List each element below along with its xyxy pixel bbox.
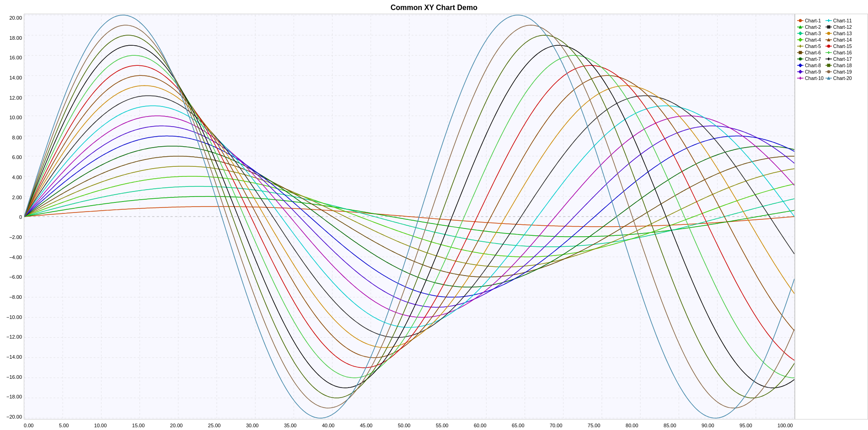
legend-item: Chart-12 [825,24,852,30]
legend-label: Chart-14 [833,37,852,42]
legend-label: Chart-2 [805,24,821,30]
svg-marker-48 [798,32,802,35]
y-axis-labels: 20.0018.0016.0014.0012.0010.008.006.004.… [0,14,24,430]
svg-marker-61 [798,70,802,74]
x-axis-label: 100.00 [777,423,793,428]
x-axis-label: 65.00 [512,423,525,428]
legend-marker-icon [797,25,804,29]
legend-marker-icon [797,69,804,74]
legend-label: Chart-19 [833,69,852,74]
y-axis-label: 14.00 [4,75,22,80]
legend-item: Chart-18 [825,63,852,68]
legend-marker-icon [797,44,804,48]
svg-marker-50 [798,38,802,42]
legend-marker-icon [825,25,832,29]
chart-container: Common XY Chart Demo 20.0018.0016.0014.0… [0,0,868,430]
x-axis-label: 0.00 [24,423,33,428]
svg-point-75 [827,45,830,48]
chart-title: Common XY Chart Demo [391,4,477,12]
chart-area: 20.0018.0016.0014.0012.0010.008.006.004.… [0,14,868,430]
x-axis-label: 45.00 [360,423,373,428]
legend-marker-icon [825,31,832,36]
legend-item: Chart-16 [825,50,852,55]
svg-rect-83 [827,64,830,67]
y-axis-label: 10.00 [4,115,22,120]
x-axis-label: 5.00 [59,423,69,428]
legend-item: Chart-2 [797,24,824,30]
legend-item: Chart-9 [797,69,824,74]
legend-item: Chart-1 [797,18,824,23]
legend-item: Chart-5 [797,43,824,49]
legend-label: Chart-13 [833,31,852,36]
y-axis-label: −8.00 [4,295,22,300]
legend-label: Chart-12 [833,24,852,30]
y-axis-label: −2.00 [4,235,22,240]
x-axis-labels: 0.005.0010.0015.0020.0025.0030.0035.0040… [24,423,793,428]
legend-label: Chart-11 [833,18,852,23]
x-axis-label: 85.00 [664,423,676,428]
legend-label: Chart-18 [833,63,852,68]
svg-point-44 [799,19,802,22]
x-axis-label: 15.00 [132,423,145,428]
legend-marker-icon [825,18,832,23]
legend-area: Chart-1Chart-2Chart-3Chart-4Chart-5Chart… [795,14,868,419]
y-axis-label: −12.00 [4,334,22,340]
legend-marker-icon [825,50,832,55]
legend-label: Chart-5 [805,43,821,49]
y-axis-label: 16.00 [4,55,22,60]
y-axis-label: −6.00 [4,275,22,280]
svg-point-85 [827,70,830,73]
legend-label: Chart-10 [805,75,824,81]
svg-point-57 [799,58,802,60]
legend-marker-icon [825,69,832,74]
svg-point-71 [827,32,830,35]
legend-label: Chart-20 [833,75,852,81]
y-axis-label: 4.00 [4,175,22,180]
x-axis-label: 10.00 [94,423,107,428]
legend-label: Chart-7 [805,56,821,62]
y-axis-label: −16.00 [4,375,22,380]
x-axis-label: 70.00 [550,423,563,428]
legend-label: Chart-3 [805,31,821,36]
legend-label: Chart-6 [805,50,821,55]
legend-item: Chart-17 [825,56,852,62]
x-axis-label: 50.00 [398,423,411,428]
x-axis-label: 95.00 [739,423,752,428]
legend-item: Chart-6 [797,50,824,55]
x-axis-label: 35.00 [284,423,297,428]
y-axis-label: −18.00 [4,394,22,399]
y-axis-label: 20.00 [4,16,22,21]
y-axis-label: 6.00 [4,155,22,160]
x-axis-label: 25.00 [208,423,221,428]
y-axis-label: 2.00 [4,195,22,200]
x-axis-label: 20.00 [170,423,183,428]
legend-item: Chart-20 [825,75,852,81]
x-axis-label: 90.00 [702,423,714,428]
legend-marker-icon [825,44,832,48]
legend-item: Chart-13 [825,31,852,36]
x-axis-label: 75.00 [588,423,600,428]
legend-item: Chart-8 [797,63,824,68]
legend-marker-icon [825,57,832,61]
legend-item: Chart-11 [825,18,852,23]
y-axis-label: −14.00 [4,355,22,360]
legend-marker-icon [797,63,804,68]
legend-marker-icon [797,37,804,42]
legend-label: Chart-4 [805,37,821,42]
legend-label: Chart-9 [805,69,821,74]
y-axis-label: 18.00 [4,36,22,41]
y-axis-label: −20.00 [4,414,22,419]
legend-item: Chart-19 [825,69,852,74]
legend-item: Chart-4 [797,37,824,42]
legend-marker-icon [797,18,804,23]
x-axis-label: 30.00 [246,423,259,428]
y-axis-label: −4.00 [4,255,22,260]
legend-marker-icon [797,57,804,61]
legend-marker-icon [797,31,804,36]
legend-label: Chart-17 [833,56,852,62]
chart-plot-area [24,14,795,419]
y-axis-label: 0 [4,215,22,220]
svg-marker-59 [798,64,802,67]
y-axis-label: 12.00 [4,96,22,101]
legend-marker-icon [825,37,832,42]
